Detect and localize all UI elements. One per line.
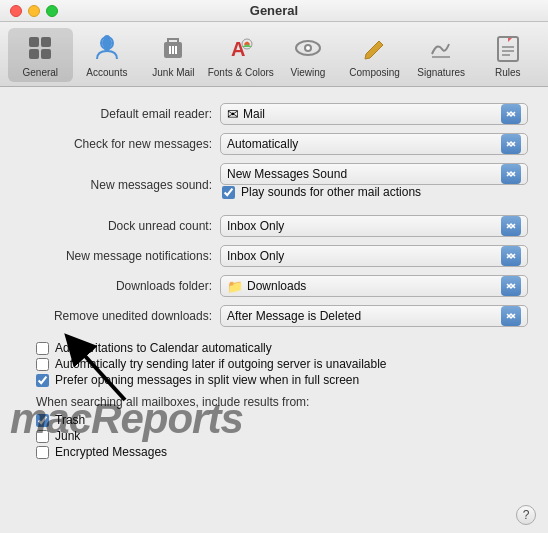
new-messages-sound-label: New messages sound: [20,178,220,192]
toolbar-item-accounts[interactable]: Accounts [75,28,140,82]
toolbar-item-junkmail[interactable]: Junk Mail [141,28,206,82]
accounts-icon [91,32,123,64]
check-new-messages-control: Automatically [220,133,528,155]
add-invitations-row: Add invitations to Calendar automaticall… [20,341,528,355]
toolbar-item-composing[interactable]: Composing [342,28,407,82]
toolbar-label-junkmail: Junk Mail [152,67,194,78]
downloads-folder-control: 📁 Downloads [220,275,528,297]
toolbar-label-general: General [23,67,59,78]
downloads-folder-label: Downloads folder: [20,279,220,293]
new-messages-sound-arrow [501,164,521,184]
dock-unread-count-value: Inbox Only [227,219,501,233]
composing-icon [359,32,391,64]
new-messages-sound-row: New messages sound: New Messages Sound P… [20,163,528,207]
toolbar-item-viewing[interactable]: Viewing [276,28,341,82]
add-invitations-label: Add invitations to Calendar automaticall… [55,341,272,355]
dock-unread-count-row: Dock unread count: Inbox Only [20,215,528,237]
prefer-split-view-row: Prefer opening messages in split view wh… [20,373,528,387]
downloads-folder-arrow [501,276,521,296]
check-new-messages-label: Check for new messages: [20,137,220,151]
default-email-reader-value: Mail [243,107,501,121]
fontscolors-icon: A [225,32,257,64]
remove-unedited-downloads-control: After Message is Deleted [220,305,528,327]
play-sounds-checkbox[interactable] [222,186,235,199]
default-email-reader-select[interactable]: ✉ Mail [220,103,528,125]
new-messages-sound-select[interactable]: New Messages Sound [220,163,528,185]
toolbar-label-composing: Composing [349,67,400,78]
svg-rect-3 [41,49,51,59]
new-messages-sound-control: New Messages Sound Play sounds for other… [220,163,528,207]
remove-unedited-downloads-row: Remove unedited downloads: After Message… [20,305,528,327]
remove-unedited-downloads-label: Remove unedited downloads: [20,309,220,323]
toolbar-label-viewing: Viewing [291,67,326,78]
new-message-notifications-control: Inbox Only [220,245,528,267]
prefer-split-view-checkbox[interactable] [36,374,49,387]
add-invitations-checkbox[interactable] [36,342,49,355]
svg-rect-1 [41,37,51,47]
dock-unread-count-control: Inbox Only [220,215,528,237]
search-trash-label: Trash [55,413,85,427]
default-email-reader-control: ✉ Mail [220,103,528,125]
dock-unread-count-label: Dock unread count: [20,219,220,233]
new-messages-sound-value: New Messages Sound [227,167,501,181]
toolbar-item-rules[interactable]: Rules [475,28,540,82]
new-message-notifications-label: New message notifications: [20,249,220,263]
main-content: Default email reader: ✉ Mail Check for n… [0,87,548,471]
search-encrypted-checkbox[interactable] [36,446,49,459]
search-trash-row: Trash [20,413,528,427]
play-sounds-row: Play sounds for other mail actions [222,185,528,199]
svg-rect-2 [29,49,39,59]
default-email-reader-arrow [501,104,521,124]
traffic-lights [10,5,58,17]
toolbar-label-fontscolors: Fonts & Colors [208,67,274,78]
new-message-notifications-select[interactable]: Inbox Only [220,245,528,267]
prefer-split-view-label: Prefer opening messages in split view wh… [55,373,359,387]
remove-unedited-downloads-select[interactable]: After Message is Deleted [220,305,528,327]
rules-icon [492,32,524,64]
new-message-notifications-row: New message notifications: Inbox Only [20,245,528,267]
auto-try-sending-checkbox[interactable] [36,358,49,371]
check-new-messages-value: Automatically [227,137,501,151]
search-trash-checkbox[interactable] [36,414,49,427]
auto-try-sending-label: Automatically try sending later if outgo… [55,357,387,371]
toolbar-item-fontscolors[interactable]: A Fonts & Colors [208,28,274,82]
toolbar-item-signatures[interactable]: Signatures [409,28,474,82]
toolbar: General Accounts Junk Mail [0,22,548,87]
new-message-notifications-arrow [501,246,521,266]
auto-try-sending-row: Automatically try sending later if outgo… [20,357,528,371]
new-message-notifications-value: Inbox Only [227,249,501,263]
help-button[interactable]: ? [516,505,536,525]
toolbar-item-general[interactable]: General [8,28,73,82]
svg-point-6 [102,38,112,48]
search-junk-label: Junk [55,429,80,443]
minimize-button[interactable] [28,5,40,17]
check-new-messages-row: Check for new messages: Automatically [20,133,528,155]
toolbar-label-rules: Rules [495,67,521,78]
signatures-icon [425,32,457,64]
junkmail-icon [157,32,189,64]
dock-unread-count-select[interactable]: Inbox Only [220,215,528,237]
downloads-folder-value: Downloads [247,279,501,293]
toolbar-label-accounts: Accounts [86,67,127,78]
default-email-reader-label: Default email reader: [20,107,220,121]
svg-point-15 [306,46,310,50]
play-sounds-label: Play sounds for other mail actions [241,185,421,199]
titlebar: General [0,0,548,22]
search-encrypted-label: Encrypted Messages [55,445,167,459]
close-button[interactable] [10,5,22,17]
downloads-folder-row: Downloads folder: 📁 Downloads [20,275,528,297]
remove-unedited-downloads-arrow [501,306,521,326]
search-junk-checkbox[interactable] [36,430,49,443]
default-email-reader-row: Default email reader: ✉ Mail [20,103,528,125]
downloads-folder-select[interactable]: 📁 Downloads [220,275,528,297]
maximize-button[interactable] [46,5,58,17]
search-section-heading: When searching all mailboxes, include re… [20,395,528,409]
window-title: General [250,3,298,18]
dock-unread-count-arrow [501,216,521,236]
viewing-icon [292,32,324,64]
toolbar-label-signatures: Signatures [417,67,465,78]
svg-marker-19 [508,38,512,42]
general-icon [24,32,56,64]
check-new-messages-select[interactable]: Automatically [220,133,528,155]
remove-unedited-downloads-value: After Message is Deleted [227,309,501,323]
